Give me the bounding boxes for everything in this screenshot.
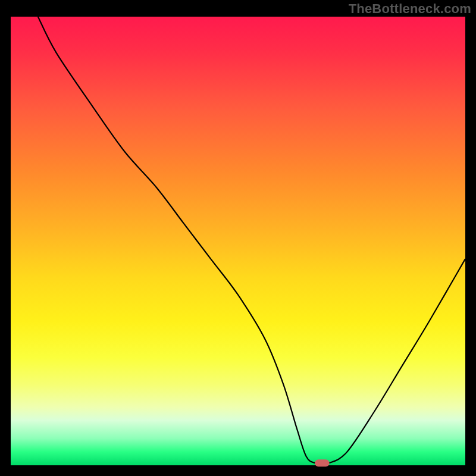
optimum-marker: [315, 459, 329, 466]
watermark-text: TheBottleneck.com: [349, 1, 471, 17]
plot-area: [11, 17, 465, 465]
curve-svg: [11, 17, 465, 465]
chart-stage: TheBottleneck.com: [0, 0, 476, 476]
bottleneck-curve-path: [38, 17, 465, 464]
